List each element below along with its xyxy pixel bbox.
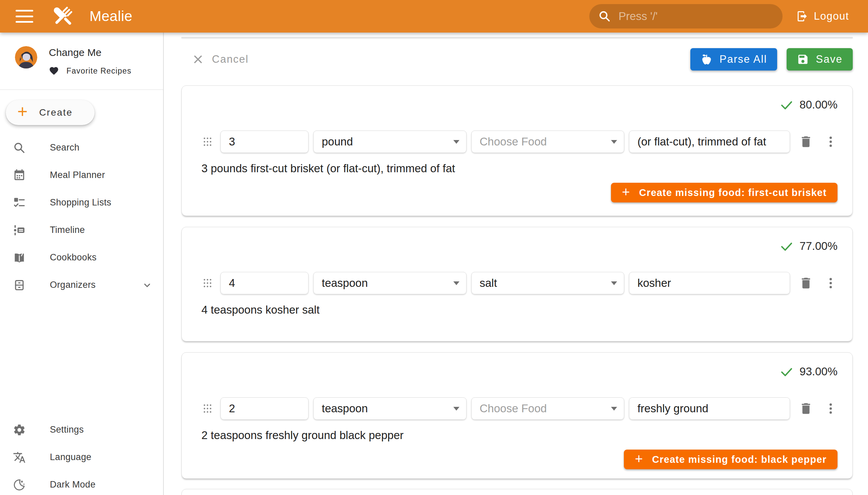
calendar-icon <box>13 169 26 182</box>
trash-icon <box>799 135 813 149</box>
confidence-row: 80.00% <box>201 98 837 112</box>
ingredient-fields-row: pound Choose Food <box>201 131 837 153</box>
sidebar-item-language[interactable]: Language <box>0 443 163 471</box>
kebab-icon <box>824 135 837 149</box>
divider <box>0 89 163 90</box>
save-label: Save <box>816 53 843 65</box>
caret-down-icon <box>611 140 617 144</box>
caret-down-icon <box>611 281 617 285</box>
drag-handle-icon[interactable] <box>201 136 214 148</box>
chevron-down-icon <box>141 279 153 291</box>
delete-ingredient-button[interactable] <box>799 135 813 149</box>
original-ingredient-text: 4 teaspoons kosher salt <box>201 303 837 317</box>
kebab-icon <box>824 276 837 290</box>
create-missing-food-button[interactable]: + Create missing food: black pepper <box>624 449 837 469</box>
ingredient-card-partial <box>182 489 853 495</box>
logout-icon <box>796 10 808 22</box>
drawer-icon <box>13 278 26 292</box>
sidebar-nav: Search Meal Planner Shoppin <box>0 134 163 299</box>
confidence-value: 93.00% <box>800 365 837 378</box>
note-input[interactable] <box>629 131 790 153</box>
confidence-value: 80.00% <box>800 98 837 111</box>
main-content: Cancel Parse All Save 80.00% <box>165 33 868 495</box>
drag-handle-icon[interactable] <box>201 277 214 289</box>
global-search[interactable] <box>589 4 783 29</box>
sidebar-item-meal-planner[interactable]: Meal Planner <box>0 161 163 189</box>
sidebar-item-cookbooks[interactable]: Cookbooks <box>0 244 163 271</box>
heart-icon <box>49 66 59 76</box>
global-search-input[interactable] <box>618 10 774 23</box>
check-icon <box>780 365 794 378</box>
sidebar-item-search[interactable]: Search <box>0 134 163 161</box>
drag-handle-icon[interactable] <box>201 403 214 415</box>
floppy-icon <box>797 53 809 65</box>
favorites-label: Favorite Recipes <box>66 66 132 75</box>
delete-ingredient-button[interactable] <box>799 402 813 416</box>
ingredient-menu-button[interactable] <box>824 402 837 415</box>
caret-down-icon <box>453 407 459 411</box>
book-icon <box>13 251 26 264</box>
plus-icon: + <box>622 185 630 200</box>
caret-down-icon <box>453 281 459 285</box>
gear-icon <box>13 423 26 437</box>
kebab-icon <box>824 402 837 415</box>
unit-select[interactable]: pound <box>313 131 466 153</box>
sidebar-item-shopping-lists[interactable]: Shopping Lists <box>0 189 163 216</box>
timeline-icon <box>13 223 26 237</box>
caret-down-icon <box>453 140 459 144</box>
food-select[interactable]: Choose Food <box>471 131 625 153</box>
confidence-row: 77.00% <box>201 239 837 253</box>
mealie-logo-icon <box>50 3 76 30</box>
note-input[interactable] <box>629 272 790 294</box>
create-label: Create <box>39 107 72 118</box>
delete-ingredient-button[interactable] <box>799 276 813 290</box>
menu-button[interactable] <box>16 10 33 23</box>
save-button[interactable]: Save <box>787 48 853 70</box>
ingredient-fields-row: teaspoon Choose Food <box>201 397 837 420</box>
parse-all-label: Parse All <box>719 53 767 65</box>
logout-label: Logout <box>814 10 849 22</box>
sidebar-bottom-nav: Settings Language Dark Mode <box>0 416 163 495</box>
sidebar-item-timeline[interactable]: Timeline <box>0 216 163 244</box>
previous-card-edge <box>182 37 853 38</box>
search-icon <box>13 141 26 155</box>
ingredient-menu-button[interactable] <box>824 276 837 290</box>
unit-select[interactable]: teaspoon <box>313 272 466 294</box>
close-icon <box>191 53 204 66</box>
apple-icon <box>700 53 713 65</box>
sidebar-item-dark-mode[interactable]: Dark Mode <box>0 471 163 495</box>
ingredient-card: 93.00% teaspoon Choose Food <box>182 352 853 479</box>
parser-toolbar: Cancel Parse All Save <box>191 48 853 70</box>
avatar[interactable] <box>15 46 37 68</box>
quantity-input[interactable] <box>220 131 309 153</box>
check-icon <box>780 239 794 253</box>
quantity-input[interactable] <box>220 272 309 294</box>
parse-all-button[interactable]: Parse All <box>690 48 777 70</box>
translate-icon <box>13 450 26 464</box>
sidebar: Change Me Favorite Recipes + Create Sear… <box>0 33 164 495</box>
logout-button[interactable]: Logout <box>796 10 849 22</box>
ingredient-menu-button[interactable] <box>824 135 837 149</box>
food-select[interactable]: salt <box>471 272 625 294</box>
favorite-recipes-link[interactable]: Favorite Recipes <box>49 66 132 76</box>
cancel-button[interactable]: Cancel <box>191 53 249 66</box>
food-select[interactable]: Choose Food <box>471 397 625 420</box>
note-input[interactable] <box>629 397 790 420</box>
ingredient-card: 80.00% pound Choose Food <box>182 85 853 216</box>
quantity-input[interactable] <box>220 397 309 420</box>
ingredient-fields-row: teaspoon salt <box>201 272 837 294</box>
checklist-icon <box>13 196 26 209</box>
ingredient-card: 77.00% teaspoon salt <box>182 227 853 341</box>
app-title: Mealie <box>89 8 133 24</box>
user-profile[interactable]: Change Me Favorite Recipes <box>0 33 163 76</box>
original-ingredient-text: 3 pounds first-cut brisket (or flat-cut)… <box>201 162 837 175</box>
search-icon <box>598 10 611 23</box>
moon-stars-icon <box>13 478 26 492</box>
trash-icon <box>799 402 813 416</box>
sidebar-item-settings[interactable]: Settings <box>0 416 163 443</box>
sidebar-item-organizers[interactable]: Organizers <box>0 271 163 299</box>
create-button[interactable]: + Create <box>6 100 95 125</box>
unit-select[interactable]: teaspoon <box>313 397 466 420</box>
original-ingredient-text: 2 teaspoons freshly ground black pepper <box>201 429 837 442</box>
create-missing-food-button[interactable]: + Create missing food: first-cut brisket <box>611 183 837 202</box>
